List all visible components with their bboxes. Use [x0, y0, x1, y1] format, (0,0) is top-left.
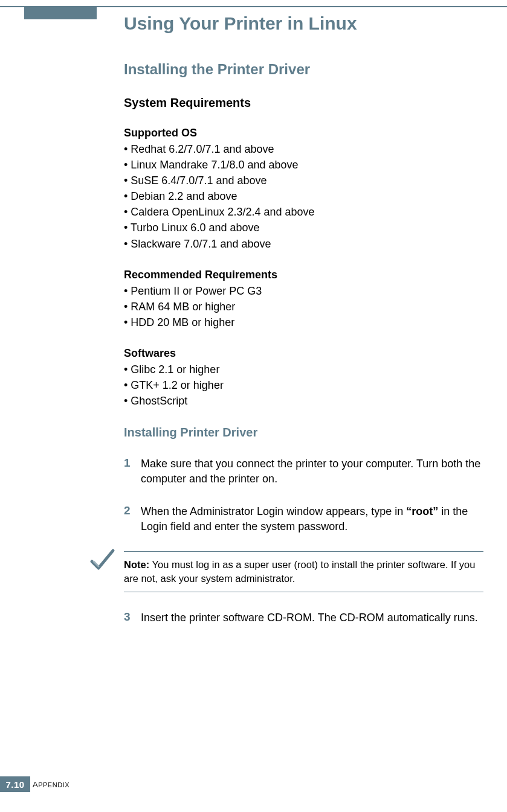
- top-tab: [24, 7, 97, 19]
- list-item: • Redhat 6.2/7.0/7.1 and above: [124, 141, 483, 157]
- list-item: • GhostScript: [124, 393, 483, 409]
- note-block: Note: You must log in as a super user (r…: [124, 551, 483, 592]
- footer-label-suffix: PPENDIX: [38, 781, 69, 788]
- note-text: You must log in as a super user (root) t…: [124, 559, 475, 584]
- step-2: 2 When the Administrator Login window ap…: [124, 504, 483, 534]
- footer-label: APPENDIX: [33, 780, 69, 789]
- step-text: Make sure that you connect the printer t…: [141, 456, 483, 487]
- step-text-bold: “root”: [406, 505, 438, 517]
- list-item: • Linux Mandrake 7.1/8.0 and above: [124, 157, 483, 173]
- list-item: • Debian 2.2 and above: [124, 188, 483, 204]
- list-item: • Caldera OpenLinux 2.3/2.4 and above: [124, 204, 483, 220]
- step-number: 3: [124, 610, 141, 625]
- step-text: When the Administrator Login window appe…: [141, 504, 483, 534]
- steps: 1 Make sure that you connect the printer…: [124, 456, 483, 625]
- page-number: 10: [14, 779, 25, 790]
- supported-os-heading: Supported OS: [124, 127, 483, 139]
- checkmark-icon: [89, 547, 117, 572]
- step-3: 3 Insert the printer software CD-ROM. Th…: [124, 610, 483, 625]
- step-text: Insert the printer software CD-ROM. The …: [141, 610, 478, 625]
- recommended-list: • Pentium II or Power PC G3 • RAM 64 MB …: [124, 283, 483, 330]
- list-item: • Pentium II or Power PC G3: [124, 283, 483, 299]
- recommended-heading: Recommended Requirements: [124, 269, 483, 281]
- subsection-title: System Requirements: [124, 96, 483, 110]
- softwares-list: • Glibc 2.1 or higher • GTK+ 1.2 or high…: [124, 362, 483, 409]
- list-item: • Glibc 2.1 or higher: [124, 362, 483, 377]
- chapter-number: 7: [5, 779, 11, 790]
- list-item: • Slackware 7.0/7.1 and above: [124, 236, 483, 252]
- section-title: Installing the Printer Driver: [124, 61, 483, 78]
- page-number-badge: 7.10: [0, 776, 30, 792]
- softwares-heading: Softwares: [124, 347, 483, 360]
- page-title: Using Your Printer in Linux: [124, 13, 483, 34]
- list-item: • SuSE 6.4/7.0/7.1 and above: [124, 173, 483, 188]
- step-number: 2: [124, 504, 141, 534]
- step-text-before: When the Administrator Login window appe…: [141, 505, 406, 517]
- step-number: 1: [124, 456, 141, 487]
- list-item: • RAM 64 MB or higher: [124, 299, 483, 315]
- main-content: Using Your Printer in Linux Installing t…: [124, 13, 483, 642]
- list-item: • GTK+ 1.2 or higher: [124, 377, 483, 393]
- supported-os-list: • Redhat 6.2/7.0/7.1 and above • Linux M…: [124, 141, 483, 252]
- installing-heading: Installing Printer Driver: [124, 426, 483, 440]
- note-label: Note:: [124, 559, 149, 570]
- list-item: • HDD 20 MB or higher: [124, 315, 483, 330]
- step-1: 1 Make sure that you connect the printer…: [124, 456, 483, 487]
- list-item: • Turbo Linux 6.0 and above: [124, 220, 483, 235]
